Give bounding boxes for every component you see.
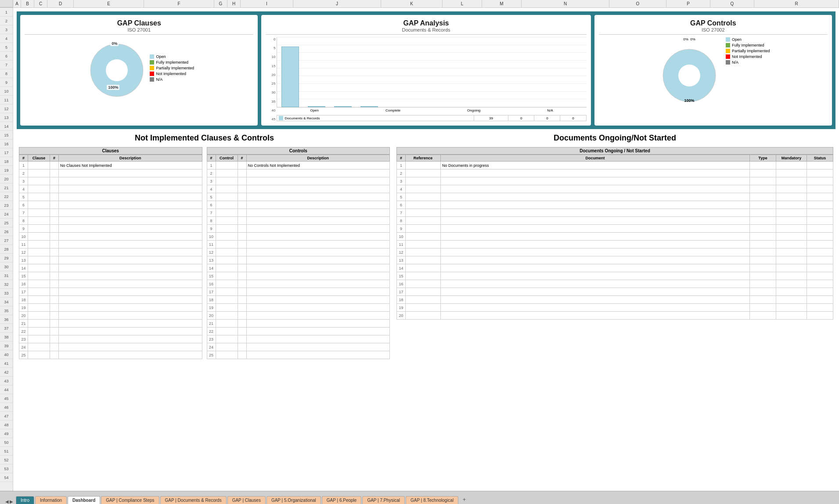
clauses-row-hash xyxy=(50,233,59,241)
col-q[interactable]: Q xyxy=(710,0,754,7)
table-row: 25 xyxy=(207,351,390,359)
controls-row-desc xyxy=(246,225,390,233)
docs-row-ref xyxy=(406,304,441,312)
tab-dashboard[interactable]: Dashboard xyxy=(68,496,100,504)
controls-row-desc xyxy=(246,185,390,193)
docs-row-type xyxy=(750,288,776,296)
ctrl-legend-fully: Fully Implemented xyxy=(726,43,770,47)
clauses-row-clause xyxy=(28,335,50,343)
col-g[interactable]: G xyxy=(214,0,227,7)
tab-gap-documents-records[interactable]: GAP | Documents & Records xyxy=(160,496,227,504)
clauses-row-desc xyxy=(59,169,202,177)
controls-row-control xyxy=(216,241,238,248)
col-d[interactable]: D xyxy=(47,0,74,7)
docs-th-num: # xyxy=(397,155,406,162)
controls-row-hash xyxy=(238,264,246,272)
tab-gap-6-people[interactable]: GAP | 6.People xyxy=(322,496,362,504)
clauses-section: Clauses # Clause # Description xyxy=(19,147,202,359)
table-row: 7 xyxy=(397,209,833,217)
docs-row-type xyxy=(750,201,776,209)
tab-gap-compliance-steps[interactable]: GAP | Compliance Steps xyxy=(101,496,159,504)
docs-row-num: 7 xyxy=(397,209,406,217)
controls-th-control: Control xyxy=(216,155,238,162)
clauses-row-desc xyxy=(59,335,202,343)
docs-th-mandatory: Mandatory xyxy=(776,155,807,162)
controls-row-desc xyxy=(246,177,390,185)
nav-arrows[interactable]: ◀ ▶ xyxy=(4,499,15,504)
controls-row-hash xyxy=(238,296,246,304)
tab-information[interactable]: Information xyxy=(35,496,67,504)
docs-row-num: 20 xyxy=(397,312,406,320)
docs-row-status xyxy=(807,296,833,304)
docs-row-type xyxy=(750,248,776,256)
add-sheet-button[interactable]: + xyxy=(459,495,469,504)
col-h[interactable]: H xyxy=(227,0,241,7)
gap-controls-pie-container: 0% 0% 100% xyxy=(656,37,722,109)
controls-row-control xyxy=(216,272,238,280)
col-n[interactable]: N xyxy=(522,0,609,7)
table-row: 2 xyxy=(19,169,202,177)
gap-controls-title: GAP Controls xyxy=(599,19,828,27)
nav-right-arrow[interactable]: ▶ xyxy=(10,499,13,504)
nav-left-arrow[interactable]: ◀ xyxy=(5,499,9,504)
gap-clauses-svg xyxy=(84,37,150,103)
col-a[interactable]: A xyxy=(13,0,21,7)
controls-table-title: Controls xyxy=(207,147,390,155)
x-label-open: Open xyxy=(310,108,319,112)
clauses-row-hash xyxy=(50,169,59,177)
clauses-row-clause xyxy=(28,304,50,312)
table-row: 16 xyxy=(19,280,202,288)
gap-controls-legend: Open Fully Implemented Partially Impleme… xyxy=(726,37,770,65)
corner-cell xyxy=(0,0,13,7)
docs-row-status xyxy=(807,312,833,320)
clauses-row1-num: 1 xyxy=(19,162,28,169)
clauses-row-num: 5 xyxy=(19,193,28,201)
col-i[interactable]: I xyxy=(241,0,293,7)
docs-row-status xyxy=(807,225,833,233)
col-j[interactable]: J xyxy=(293,0,381,7)
docs-row-ref xyxy=(406,169,441,177)
docs-row-type xyxy=(750,217,776,225)
col-r[interactable]: R xyxy=(754,0,839,7)
clauses-row-num: 14 xyxy=(19,264,28,272)
controls-pct-bottom: 100% xyxy=(684,98,694,103)
clauses-row-clause xyxy=(28,201,50,209)
tab-gap-5-organizational[interactable]: GAP | 5.Organizational xyxy=(266,496,321,504)
controls-row-num: 5 xyxy=(207,193,216,201)
docs-row-ref xyxy=(406,272,441,280)
clauses-row-hash xyxy=(50,217,59,225)
table-row: 16 xyxy=(397,280,833,288)
table-row: 17 xyxy=(397,288,833,296)
docs-row1-doc: No Documents in progress xyxy=(441,162,750,169)
col-c[interactable]: C xyxy=(34,0,47,7)
bar-na-bar xyxy=(360,106,378,107)
col-f[interactable]: F xyxy=(144,0,214,7)
bar-value-open: 39 xyxy=(474,115,508,121)
docs-row-doc xyxy=(441,193,750,201)
controls-row-desc xyxy=(246,264,390,272)
col-e[interactable]: E xyxy=(74,0,144,7)
col-o[interactable]: O xyxy=(609,0,666,7)
bottom-content: Not Implemented Clauses & Controls Claus… xyxy=(17,133,835,359)
table-row: 10 xyxy=(207,233,390,241)
tab-gap-clauses[interactable]: GAP | Clauses xyxy=(227,496,266,504)
col-l[interactable]: L xyxy=(443,0,482,7)
clauses-row-num: 12 xyxy=(19,248,28,256)
tab-intro[interactable]: Intro xyxy=(16,496,34,504)
table-row: 4 xyxy=(207,185,390,193)
tab-gap-8-technological[interactable]: GAP | 8.Technological xyxy=(406,496,458,504)
col-m[interactable]: M xyxy=(482,0,522,7)
table-row: 20 xyxy=(19,312,202,320)
docs-row-mandatory xyxy=(776,217,807,225)
controls-row-control xyxy=(216,201,238,209)
clauses-row-desc xyxy=(59,241,202,248)
bar-data-table: Documents & Records 39 0 0 0 xyxy=(277,115,586,121)
controls-row-hash xyxy=(238,343,246,351)
col-p[interactable]: P xyxy=(666,0,710,7)
tab-gap-7-physical[interactable]: GAP | 7.Physical xyxy=(362,496,405,504)
controls-row-hash xyxy=(238,193,246,201)
docs-row-mandatory xyxy=(776,264,807,272)
col-b[interactable]: B xyxy=(21,0,34,7)
col-k[interactable]: K xyxy=(381,0,443,7)
controls-row-hash xyxy=(238,209,246,217)
